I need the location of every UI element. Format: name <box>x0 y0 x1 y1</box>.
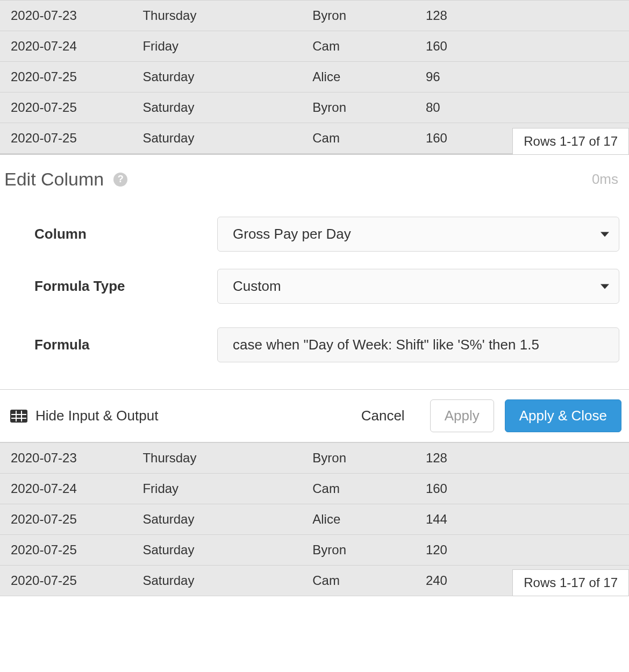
cell-val: 120 <box>421 535 629 566</box>
cell-val: 128 <box>421 1 629 31</box>
cell-name: Byron <box>308 535 421 566</box>
cell-val: 144 <box>421 504 629 535</box>
output-table-container: 2020-07-23 Thursday Byron 128 2020-07-24… <box>0 442 629 596</box>
cell-val: 128 <box>421 443 629 474</box>
table-row[interactable]: 2020-07-23 Thursday Byron 128 <box>0 443 629 474</box>
cell-date: 2020-07-25 <box>0 123 138 154</box>
formula-input[interactable]: case when "Day of Week: Shift" like 'S%'… <box>217 327 619 362</box>
table-row[interactable]: 2020-07-25 Saturday Alice 96 <box>0 62 629 92</box>
cell-name: Cam <box>308 31 421 62</box>
column-field-row: Column Gross Pay per Day <box>34 217 619 252</box>
cancel-button[interactable]: Cancel <box>347 399 419 432</box>
chevron-down-icon <box>601 232 609 237</box>
rows-count-badge: Rows 1-17 of 17 <box>512 569 629 596</box>
cell-date: 2020-07-25 <box>0 504 138 535</box>
cell-date: 2020-07-25 <box>0 566 138 596</box>
cell-name: Cam <box>308 566 421 596</box>
actions-bar: Hide Input & Output Cancel Apply Apply &… <box>0 389 629 442</box>
cell-date: 2020-07-25 <box>0 92 138 123</box>
cell-day: Saturday <box>138 566 308 596</box>
svg-rect-4 <box>21 411 22 421</box>
chevron-down-icon <box>601 284 609 289</box>
cell-date: 2020-07-25 <box>0 535 138 566</box>
cell-day: Friday <box>138 474 308 504</box>
table-row[interactable]: 2020-07-23 Thursday Byron 128 <box>0 1 629 31</box>
svg-rect-3 <box>16 411 17 421</box>
cell-val: 160 <box>421 31 629 62</box>
cell-name: Cam <box>308 474 421 504</box>
cell-val: 160 <box>421 474 629 504</box>
cell-day: Saturday <box>138 123 308 154</box>
apply-button[interactable]: Apply <box>430 399 494 432</box>
panel-header: Edit Column ? 0ms <box>4 169 625 190</box>
table-row[interactable]: 2020-07-24 Friday Cam 160 <box>0 474 629 504</box>
cell-day: Saturday <box>138 535 308 566</box>
column-select[interactable]: Gross Pay per Day <box>217 217 619 252</box>
timing-label: 0ms <box>592 171 625 188</box>
cell-date: 2020-07-23 <box>0 443 138 474</box>
edit-column-panel: Edit Column ? 0ms Column Gross Pay per D… <box>0 155 629 389</box>
cell-day: Saturday <box>138 504 308 535</box>
formula-type-label: Formula Type <box>34 278 217 295</box>
formula-value: case when "Day of Week: Shift" like 'S%'… <box>233 337 539 353</box>
cell-day: Saturday <box>138 92 308 123</box>
column-label: Column <box>34 226 217 242</box>
table-row[interactable]: 2020-07-25 Saturday Alice 144 <box>0 504 629 535</box>
cell-val: 80 <box>421 92 629 123</box>
cell-val: 96 <box>421 62 629 92</box>
table-row[interactable]: 2020-07-24 Friday Cam 160 <box>0 31 629 62</box>
hide-io-label: Hide Input & Output <box>35 408 158 424</box>
formula-type-row: Formula Type Custom <box>34 269 619 304</box>
svg-rect-1 <box>11 414 26 415</box>
help-icon[interactable]: ? <box>113 173 127 187</box>
cell-name: Byron <box>308 443 421 474</box>
cell-date: 2020-07-25 <box>0 62 138 92</box>
formula-row: Formula case when "Day of Week: Shift" l… <box>34 327 619 362</box>
cell-date: 2020-07-24 <box>0 31 138 62</box>
column-select-value: Gross Pay per Day <box>233 226 351 242</box>
rows-count-badge: Rows 1-17 of 17 <box>512 128 629 154</box>
cell-name: Alice <box>308 504 421 535</box>
cell-name: Byron <box>308 92 421 123</box>
svg-rect-2 <box>11 418 26 419</box>
formula-label: Formula <box>34 337 217 353</box>
cell-day: Thursday <box>138 1 308 31</box>
cell-name: Alice <box>308 62 421 92</box>
cell-name: Byron <box>308 1 421 31</box>
table-icon <box>10 409 28 423</box>
cell-date: 2020-07-23 <box>0 1 138 31</box>
cell-day: Friday <box>138 31 308 62</box>
hide-input-output-toggle[interactable]: Hide Input & Output <box>10 408 158 424</box>
cell-day: Thursday <box>138 443 308 474</box>
svg-rect-0 <box>10 410 27 423</box>
apply-close-button[interactable]: Apply & Close <box>505 399 621 432</box>
formula-type-select[interactable]: Custom <box>217 269 619 304</box>
panel-title: Edit Column <box>4 169 104 190</box>
edit-column-form: Column Gross Pay per Day Formula Type Cu… <box>4 217 625 384</box>
input-table-container: 2020-07-23 Thursday Byron 128 2020-07-24… <box>0 0 629 155</box>
cell-date: 2020-07-24 <box>0 474 138 504</box>
table-row[interactable]: 2020-07-25 Saturday Byron 120 <box>0 535 629 566</box>
cell-day: Saturday <box>138 62 308 92</box>
cell-name: Cam <box>308 123 421 154</box>
formula-type-value: Custom <box>233 278 281 295</box>
table-row[interactable]: 2020-07-25 Saturday Byron 80 <box>0 92 629 123</box>
